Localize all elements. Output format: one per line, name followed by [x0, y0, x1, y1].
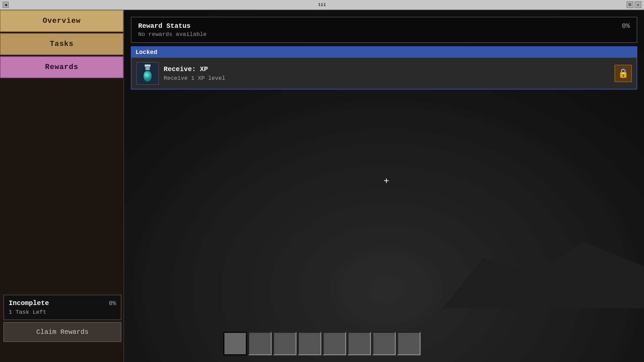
hotbar-slot-6[interactable]: [347, 332, 371, 355]
bottle-body: [143, 70, 152, 82]
overview-nav-button[interactable]: Overview: [0, 10, 123, 32]
incomplete-percent: 0%: [109, 300, 116, 307]
locked-header: Locked: [131, 47, 637, 58]
xp-bottle-icon: [136, 62, 159, 85]
hotbar-slot-3[interactable]: [273, 332, 297, 355]
hotbar-slot-4[interactable]: [298, 332, 321, 355]
lock-icon: 🔒: [614, 65, 632, 82]
task-left-text: 1 Task Left: [9, 309, 116, 315]
incomplete-status-box: Incomplete 0% 1 Task Left: [3, 295, 121, 320]
title-bar: ◀ 111 ⧉ ✕: [0, 0, 644, 10]
incomplete-header: Incomplete 0%: [9, 299, 116, 307]
main-content: Reward Status No rewards available 0% Lo…: [124, 10, 644, 89]
crosshair: [382, 177, 390, 185]
hotbar-slot-7[interactable]: [372, 332, 396, 355]
title-bar-controls: ⧉ ✕: [627, 1, 641, 8]
incomplete-title: Incomplete: [9, 299, 49, 307]
reward-description: Receive 1 XP level: [164, 75, 610, 81]
reward-name: Receive: XP: [164, 65, 610, 73]
reward-item: Receive: XP Receive 1 XP level 🔒: [131, 58, 637, 89]
hotbar-slot-2[interactable]: [248, 332, 272, 355]
locked-section: Locked Receive: XP Receive 1 XP level 🔒: [131, 46, 637, 89]
hotbar-slot-1[interactable]: [223, 332, 247, 355]
close-button[interactable]: ✕: [635, 1, 641, 8]
locked-label: Locked: [136, 49, 157, 56]
reward-status-text: Reward Status No rewards available: [138, 22, 207, 38]
title-bar-left: ◀: [3, 2, 9, 8]
bottle-neck: [145, 66, 150, 70]
restore-button[interactable]: ⧉: [627, 1, 633, 8]
hotbar-slot-8[interactable]: [397, 332, 421, 355]
rewards-nav-button[interactable]: Rewards: [0, 56, 123, 78]
window-title: 111: [318, 2, 326, 7]
terrain-silhouette: [409, 208, 644, 308]
xp-bottle-graphic: [140, 64, 155, 82]
hotbar: [223, 332, 421, 355]
tasks-nav-button[interactable]: Tasks: [0, 33, 123, 55]
reward-status-percent: 0%: [622, 22, 630, 30]
locked-bar: [159, 52, 633, 53]
reward-status-subtitle: No rewards available: [138, 31, 207, 38]
reward-text: Receive: XP Receive 1 XP level: [164, 65, 610, 81]
hotbar-slot-5[interactable]: [323, 332, 346, 355]
reward-status-box: Reward Status No rewards available 0%: [131, 17, 637, 43]
reward-status-title: Reward Status: [138, 22, 207, 30]
claim-rewards-button[interactable]: Claim Rewards: [3, 322, 121, 342]
bottom-status-area: Incomplete 0% 1 Task Left Claim Rewards: [3, 295, 121, 342]
back-button[interactable]: ◀: [3, 2, 9, 8]
